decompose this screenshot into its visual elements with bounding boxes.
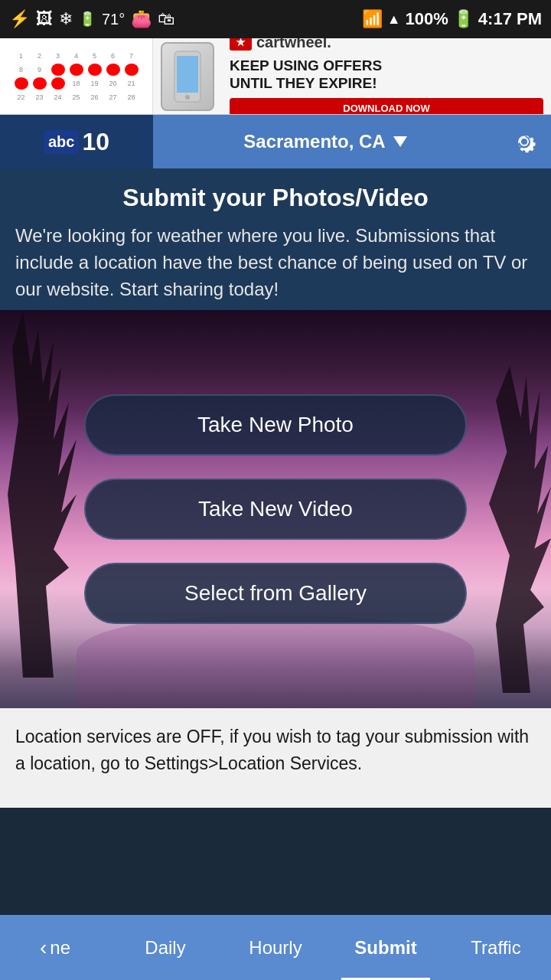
time-label: 4:17 PM [478, 9, 542, 29]
photo-background-area: Take New Photo Take New Video Select fro… [0, 310, 551, 708]
snowflake-icon: ❄ [59, 9, 73, 29]
battery-label: 100% [406, 9, 448, 29]
nav-submit[interactable]: Submit [331, 915, 441, 980]
location-warning-text: Location services are OFF, if you wish t… [15, 727, 529, 773]
nav-daily[interactable]: Daily [110, 915, 220, 980]
water-reflection [77, 616, 474, 708]
nav-back-button[interactable]: ‹ ne [0, 915, 110, 980]
ad-banner[interactable]: 1 2 3 4 5 6 7 8 9 18 19 20 21 22 23 24 2… [0, 38, 551, 115]
signal-icon: ▲ [387, 11, 401, 28]
ad-tagline: KEEP USING OFFERSUNTIL THEY EXPIRE! [230, 57, 543, 93]
ad-text-area: ★ cartwheel. KEEP USING OFFERSUNTIL THEY… [222, 38, 551, 115]
location-warning: Location services are OFF, if you wish t… [0, 708, 551, 808]
abc-logo-text: abc [44, 130, 79, 154]
ad-brand-name: cartwheel. [256, 38, 331, 51]
svg-point-2 [185, 95, 190, 100]
battery-charging-icon: 🔋 [79, 11, 96, 28]
take-video-button[interactable]: Take New Video [84, 479, 467, 540]
usb-icon: ⚡ [9, 9, 30, 29]
ad-phone-image [161, 42, 214, 111]
wallet-icon: 👛 [131, 9, 152, 29]
submit-title: Submit your Photos/Video [15, 184, 536, 212]
image-icon: 🖼 [36, 9, 53, 29]
ad-calendar: 1 2 3 4 5 6 7 8 9 18 19 20 21 22 23 24 2… [0, 38, 153, 115]
svg-rect-1 [177, 56, 198, 93]
main-content: Submit your Photos/Video We're looking f… [0, 168, 551, 808]
settings-button[interactable] [497, 115, 551, 168]
take-photo-button[interactable]: Take New Photo [84, 394, 467, 456]
nav-traffic[interactable]: Traffic [441, 915, 551, 980]
ad-download-button[interactable]: DOWNLOAD NOW [230, 98, 543, 115]
ad-brand-icon: ★ [230, 38, 252, 51]
status-bar: ⚡ 🖼 ❄ 🔋 71° 👛 🛍 📶 ▲ 100% 🔋 4:17 PM [0, 0, 551, 38]
location-selector[interactable]: Sacramento, CA [153, 131, 497, 152]
wifi-icon: 📶 [362, 9, 383, 29]
status-left-icons: ⚡ 🖼 ❄ 🔋 71° 👛 🛍 [9, 9, 174, 29]
app-logo[interactable]: abc 10 [0, 115, 153, 168]
nav-daily-label: Daily [145, 937, 185, 959]
channel-number: 10 [82, 128, 109, 156]
nav-traffic-label: Traffic [471, 937, 520, 959]
nav-back-label: ne [50, 937, 70, 959]
temperature-label: 71° [102, 11, 125, 28]
battery-icon: 🔋 [453, 9, 474, 29]
back-arrow-icon: ‹ [40, 936, 47, 960]
bottom-navigation: ‹ ne Daily Hourly Submit Traffic [0, 915, 551, 980]
nav-hourly-label: Hourly [249, 937, 302, 959]
app-header: abc 10 Sacramento, CA [0, 115, 551, 168]
ad-brand-row: ★ cartwheel. [230, 38, 543, 51]
action-buttons-container: Take New Photo Take New Video Select fro… [84, 394, 467, 624]
status-right-icons: 📶 ▲ 100% 🔋 4:17 PM [362, 9, 542, 29]
bag-icon: 🛍 [158, 9, 174, 29]
nav-hourly[interactable]: Hourly [220, 915, 331, 980]
nav-submit-label: Submit [354, 937, 416, 959]
submit-description: We're looking for weather where you live… [15, 223, 536, 302]
submit-header: Submit your Photos/Video We're looking f… [0, 168, 551, 310]
location-dropdown-arrow [393, 136, 407, 147]
select-gallery-button[interactable]: Select from Gallery [84, 563, 467, 624]
location-text: Sacramento, CA [243, 131, 385, 152]
